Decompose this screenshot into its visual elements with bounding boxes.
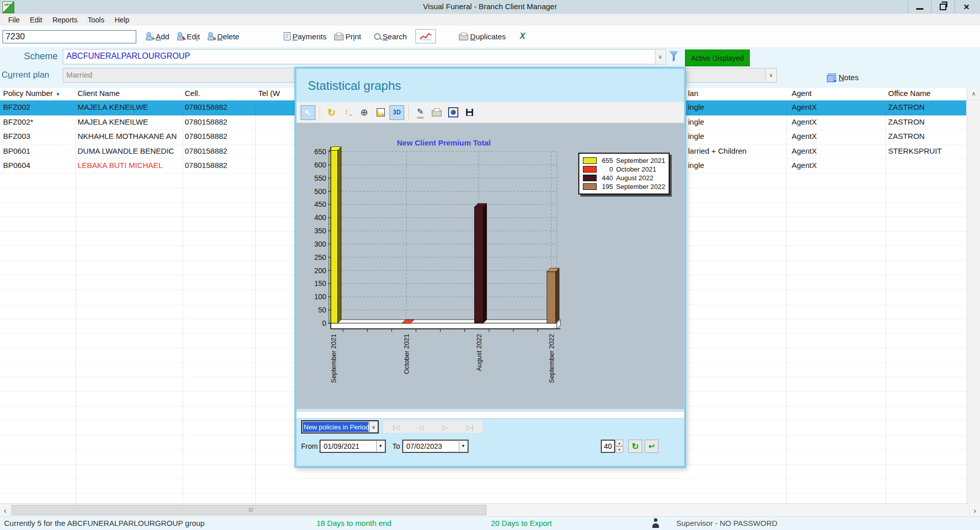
toolbar-button-label: Delete xyxy=(217,32,239,41)
return-button[interactable]: ↩ xyxy=(645,440,658,453)
nav-last-button[interactable]: ▷| xyxy=(467,423,473,431)
chart-legend: 655September 20210October 2021440August … xyxy=(578,153,670,195)
3d-toggle-button[interactable]: 3D xyxy=(389,105,404,120)
vertical-scrollbar[interactable]: ∧ xyxy=(967,88,980,504)
search-icon xyxy=(374,33,381,40)
y-tick-label: 600 xyxy=(314,161,327,169)
chart-gallery-button[interactable] xyxy=(446,105,460,120)
menu-item-reports[interactable]: Reports xyxy=(47,14,83,26)
zoom-in-button[interactable]: ⊕ xyxy=(357,105,372,120)
scheme-dropdown-icon[interactable]: ∨ xyxy=(655,50,665,63)
toolbar-button-label: Add xyxy=(156,32,169,41)
person-add-icon xyxy=(146,32,154,40)
legend-value: 655 xyxy=(600,157,613,164)
menu-item-edit[interactable]: Edit xyxy=(25,14,47,26)
chart-floor-top xyxy=(331,320,560,323)
cell-tel xyxy=(258,144,293,159)
column-separator xyxy=(786,88,787,504)
toolbar-button-delete[interactable]: Delete xyxy=(206,31,241,42)
chart-gallery-icon xyxy=(448,107,458,117)
spinner-up-button[interactable]: ▴ xyxy=(616,440,623,446)
menu-item-help[interactable]: Help xyxy=(109,14,134,26)
record-navigator: |◁ ◁ ▷ ▷| xyxy=(383,421,483,433)
y-tick-label: 100 xyxy=(314,293,327,301)
menu-item-file[interactable]: File xyxy=(3,14,25,26)
bar xyxy=(329,150,338,323)
policy-search-input[interactable] xyxy=(3,30,136,43)
rotate-icon: ↻ xyxy=(328,107,336,118)
column-header-agent[interactable]: Agent xyxy=(792,89,878,98)
table-row-empty xyxy=(0,493,966,505)
to-date-dropdown-icon[interactable]: ▼ xyxy=(459,441,467,451)
toolbar-button-print[interactable]: Print xyxy=(332,31,363,42)
column-header-office-name[interactable]: Office Name xyxy=(888,89,962,98)
scroll-left-button[interactable]: ‹ xyxy=(0,504,11,516)
toolbar-button-edit[interactable]: Edit xyxy=(175,31,202,42)
from-date-combobox[interactable]: 01/09/2021 ▼ xyxy=(320,440,386,453)
horizontal-scrollbar[interactable]: ‹ › xyxy=(0,503,980,517)
notes-button[interactable]: Notes xyxy=(828,73,859,82)
column-header-policy-number[interactable]: Policy Number▼ xyxy=(3,89,75,98)
nav-first-button[interactable]: |◁ xyxy=(393,423,400,431)
notes-label: Notes xyxy=(839,73,859,82)
toolbar-button-excel[interactable]: X xyxy=(518,30,527,42)
close-button[interactable]: ✕ xyxy=(954,0,978,13)
column-separator xyxy=(183,88,183,504)
badge-icon xyxy=(152,36,155,41)
refresh-button[interactable]: ↻ xyxy=(628,440,642,453)
scroll-up-button[interactable]: ∧ xyxy=(967,88,980,100)
cell-policy: BP0604 xyxy=(3,158,75,173)
depth-button[interactable] xyxy=(373,105,388,120)
chart-area: 050100150200250300350400450500550600650S… xyxy=(297,123,684,409)
spinner-down-button[interactable]: ▾ xyxy=(616,446,623,453)
save-chart-button[interactable] xyxy=(462,105,477,120)
toolbar-button-search[interactable]: Search xyxy=(372,31,409,42)
graph-type-combobox[interactable]: New policies in Period ∨ xyxy=(301,420,379,433)
active-displayed-button[interactable]: Active Displayed xyxy=(685,50,750,66)
pan-button[interactable] xyxy=(340,105,355,120)
bar-count-spinner[interactable]: 40 xyxy=(601,440,615,453)
chart-line-icon xyxy=(419,32,432,41)
filter-funnel-icon[interactable] xyxy=(669,51,678,62)
status-user: Supervisor - NO PASSWORD xyxy=(676,519,777,527)
print-chart-button[interactable] xyxy=(429,105,444,120)
cell-office: STERKSPRUIT xyxy=(888,144,965,159)
dialog-title: Statistical graphs xyxy=(297,69,684,102)
restore-button[interactable] xyxy=(931,0,954,13)
select-pointer-button[interactable]: ↖ xyxy=(301,105,315,120)
y-tick-label: 200 xyxy=(314,267,327,275)
refresh-icon: ↻ xyxy=(631,441,639,452)
toolbar-button-add[interactable]: Add xyxy=(144,31,172,42)
status-export: 20 Days to Export xyxy=(491,519,552,527)
axes-edit-button[interactable]: ✎ xyxy=(413,105,428,120)
toolbar-button-duplicates[interactable]: Duplicates xyxy=(457,31,508,42)
from-date-dropdown-icon[interactable]: ▼ xyxy=(376,441,384,451)
cell-agent: AgentX xyxy=(792,158,884,173)
column-header-tel-work[interactable]: Tel (W xyxy=(258,89,293,98)
scroll-right-button[interactable]: › xyxy=(969,504,980,516)
current-plan-dropdown-icon[interactable]: ∨ xyxy=(766,69,776,82)
graph-type-dropdown-icon[interactable]: ∨ xyxy=(369,421,378,432)
column-header-plan[interactable]: lan xyxy=(688,89,780,98)
column-header-cell[interactable]: Cell. xyxy=(185,89,252,98)
scrollbar-thumb[interactable] xyxy=(12,505,486,515)
minimize-button[interactable] xyxy=(908,0,931,13)
column-header-client-name[interactable]: Client Name xyxy=(78,89,180,98)
cell-agent: AgentX xyxy=(792,144,884,159)
nav-next-button[interactable]: ▷ xyxy=(443,423,448,431)
dialog-divider xyxy=(297,411,684,419)
toolbar-button-chart-line[interactable] xyxy=(415,29,436,43)
rotate-button[interactable]: ↻ xyxy=(324,105,339,120)
legend-label: September 2022 xyxy=(616,183,665,190)
y-tick-label: 350 xyxy=(314,227,327,235)
bar-side xyxy=(338,147,341,323)
nav-prev-button[interactable]: ◁ xyxy=(419,423,424,431)
menu-item-tools[interactable]: Tools xyxy=(83,14,110,26)
cell-tel xyxy=(258,115,293,130)
x-category-label: August 2022 xyxy=(475,334,483,371)
scheme-combobox[interactable]: ABCFUNERALPARLOURGROUP ∨ xyxy=(63,49,666,64)
cell-cell: 0780158882 xyxy=(185,115,253,130)
y-tick-label: 0 xyxy=(322,319,326,327)
to-date-combobox[interactable]: 07/02/2023 ▼ xyxy=(402,440,469,453)
toolbar-button-payments[interactable]: Payments xyxy=(282,31,329,42)
